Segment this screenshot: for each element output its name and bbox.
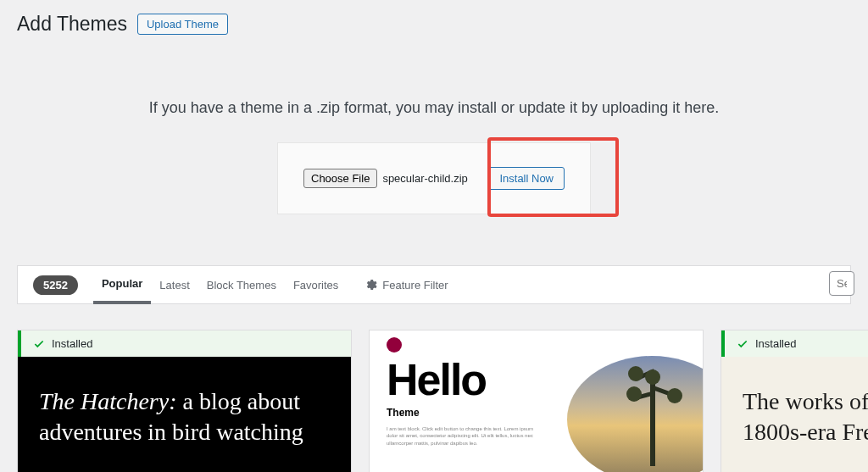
theme-preview: The works of Berthe Morisot, 1800s-era F… (721, 357, 868, 472)
installed-banner: Installed (721, 330, 868, 357)
theme-card[interactable]: Installed The Hatchery: a blog about adv… (17, 330, 352, 472)
installed-banner: Installed (18, 330, 351, 357)
check-icon (33, 338, 45, 350)
theme-preview: Hello Theme I am text block. Click edit … (370, 330, 703, 472)
theme-filter-bar: 5252 Popular Latest Block Themes Favorit… (17, 265, 851, 304)
file-picker: Choose File specular-child.zip (303, 169, 468, 188)
installed-label: Installed (52, 337, 92, 350)
upload-hint-text: If you have a theme in a .zip format, yo… (0, 99, 868, 117)
chosen-file-name: specular-child.zip (382, 172, 467, 185)
upload-panel: Choose File specular-child.zip Install N… (277, 142, 591, 214)
installed-label: Installed (755, 337, 796, 350)
choose-file-button[interactable]: Choose File (303, 169, 377, 188)
install-now-button[interactable]: Install Now (488, 167, 565, 190)
upload-theme-button[interactable]: Upload Theme (137, 14, 228, 35)
page-header: Add Themes Upload Theme (0, 0, 868, 44)
brand-dot-icon (387, 337, 402, 353)
tab-favorites[interactable]: Favorites (285, 266, 347, 303)
hello-lorem: I am text block. Click edit button to ch… (387, 425, 539, 447)
theme-card[interactable]: Installed The works of Berthe Morisot, 1… (721, 330, 868, 472)
theme-count-badge: 5252 (33, 275, 78, 295)
gear-icon (364, 278, 377, 292)
theme-card[interactable]: Hello Theme I am text block. Click edit … (369, 330, 704, 472)
feature-filter-button[interactable]: Feature Filter (355, 266, 456, 303)
cactus-icon (626, 364, 677, 466)
tab-latest[interactable]: Latest (151, 266, 198, 303)
theme-grid: Installed The Hatchery: a blog about adv… (0, 304, 868, 472)
check-icon (737, 338, 748, 350)
feature-filter-label: Feature Filter (382, 279, 448, 292)
preview-text: The works of Berthe Morisot, 1800s-era F… (743, 388, 868, 445)
search-input[interactable] (829, 271, 854, 296)
filter-tabs: Popular Latest Block Themes Favorites Fe… (93, 266, 457, 303)
tab-popular[interactable]: Popular (93, 266, 151, 304)
tab-block-themes[interactable]: Block Themes (198, 266, 285, 303)
preview-title-italic: The Hatchery: (39, 388, 177, 414)
theme-preview: The Hatchery: a blog about adventures in… (18, 357, 351, 472)
page-title: Add Themes (17, 13, 127, 36)
